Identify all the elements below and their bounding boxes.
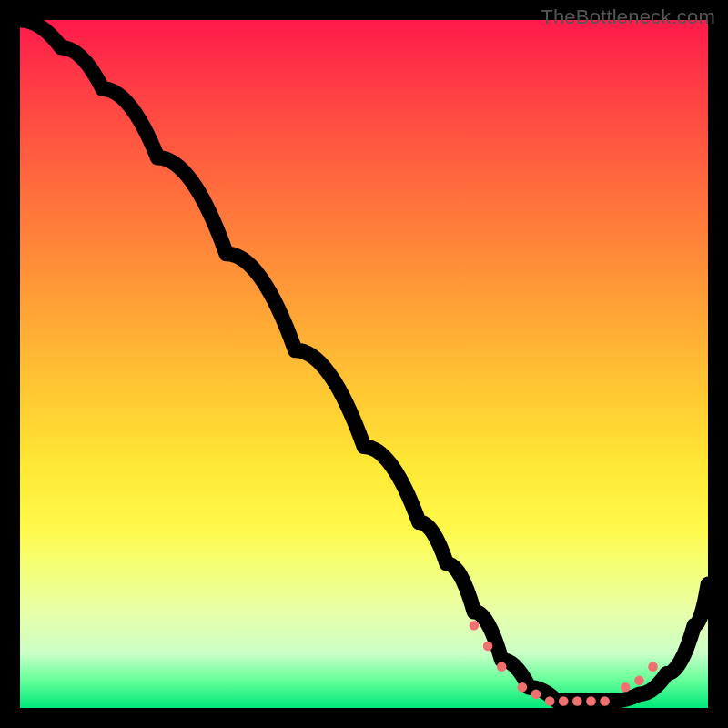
marker-dot <box>586 696 596 706</box>
watermark-text: TheBottleneck.com <box>541 5 715 29</box>
marker-dot <box>531 690 541 700</box>
marker-dot <box>572 696 582 706</box>
marker-dot <box>648 662 658 672</box>
chart-frame: TheBottleneck.com <box>0 0 728 728</box>
marker-dot <box>621 682 631 693</box>
marker-dot <box>545 696 555 706</box>
marker-dot <box>470 621 480 631</box>
marker-dot <box>518 682 528 693</box>
marker-dot <box>497 662 507 672</box>
marker-dot <box>634 675 644 685</box>
plot-area <box>20 20 708 708</box>
marker-dot <box>600 696 610 706</box>
marker-dot <box>559 696 569 706</box>
curve-layer <box>20 20 708 708</box>
bottleneck-curve-path <box>20 20 708 701</box>
marker-dot <box>483 642 493 652</box>
